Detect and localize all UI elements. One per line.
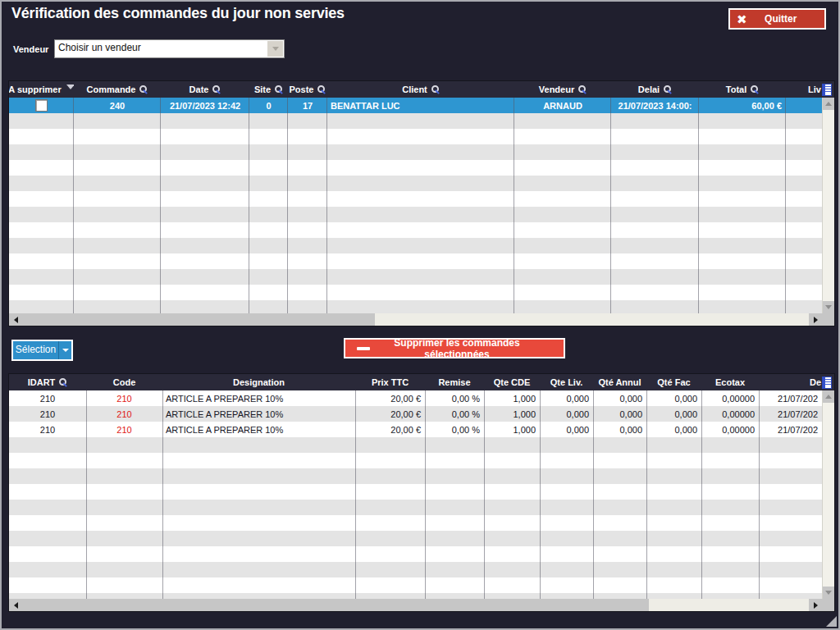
column-header-ecotax[interactable]: Ecotax <box>701 374 759 390</box>
scroll-right-button[interactable] <box>809 313 822 326</box>
window-resize-grip[interactable] <box>826 616 837 627</box>
column-header-label: Poste <box>290 84 314 94</box>
search-icon <box>275 85 283 94</box>
scroll-up-button[interactable] <box>823 390 834 403</box>
column-header-site[interactable]: Site <box>249 81 288 98</box>
column-separator <box>540 390 541 599</box>
column-header-total[interactable]: Total <box>699 81 786 98</box>
items-horizontal-scrollbar[interactable] <box>9 599 822 611</box>
selection-dropdown-button[interactable] <box>58 341 71 359</box>
column-header-label: Ecotax <box>715 377 745 387</box>
cell-prix-ttc: 20,00 € <box>355 390 425 406</box>
scroll-down-button[interactable] <box>823 301 834 313</box>
scroll-left-button[interactable] <box>9 599 22 611</box>
column-header-code[interactable]: Code <box>86 374 162 390</box>
vendor-combobox-value: Choisir un vendeur <box>58 42 141 53</box>
column-header-delai[interactable]: Delai <box>611 81 699 98</box>
column-header-label: Date <box>189 84 209 94</box>
orders-vertical-scrollbar[interactable] <box>822 98 834 313</box>
table-row[interactable]: 210 210 ARTICLE A PREPARER 10% 20,00 € 0… <box>9 422 822 437</box>
cell-code: 210 <box>86 422 162 437</box>
selection-button[interactable]: Sélection <box>11 340 73 361</box>
column-separator <box>610 98 611 313</box>
search-icon <box>139 85 148 94</box>
quit-button-label: Quitter <box>747 13 815 25</box>
column-header-label: Client <box>402 84 427 94</box>
cell-total: 60,00 € <box>699 98 786 113</box>
cell-qte-annul: 0,000 <box>593 390 646 406</box>
arrow-up-icon <box>825 395 832 399</box>
table-row-selected[interactable]: 240 21/07/2023 12:42 0 17 BENATTAR LUC A… <box>9 98 822 113</box>
scroll-left-button[interactable] <box>9 313 22 326</box>
cell-qte-cde: 1,000 <box>484 406 540 422</box>
arrow-down-icon <box>825 591 832 595</box>
column-header-client[interactable]: Client <box>327 81 514 98</box>
cell-remise: 0,00 % <box>425 390 484 406</box>
column-separator <box>785 98 786 313</box>
column-header-commande[interactable]: Commande <box>74 81 161 98</box>
column-header-qte-liv[interactable]: Qte Liv. <box>540 374 593 390</box>
scroll-right-button[interactable] <box>809 599 822 611</box>
column-separator <box>355 390 356 599</box>
column-header-qte-annul[interactable]: Qté Annul <box>593 374 646 390</box>
cell-qte-fac: 0,000 <box>646 406 701 422</box>
minus-icon <box>357 347 370 350</box>
cell-date: 21/07/202 <box>759 422 822 437</box>
column-header-qte-fac[interactable]: Qté Fac <box>646 374 701 390</box>
column-header-designation[interactable]: Designation <box>162 374 355 390</box>
column-header-a-supprimer[interactable]: A supprimer <box>9 81 74 98</box>
column-header-label: Liv <box>808 84 821 94</box>
column-header-label: IDART <box>28 377 56 387</box>
orders-table-body: 240 21/07/2023 12:42 0 17 BENATTAR LUC A… <box>9 98 822 313</box>
copy-table-icon[interactable] <box>822 377 832 389</box>
search-icon <box>431 85 440 94</box>
scroll-up-button[interactable] <box>823 98 834 110</box>
column-separator <box>701 390 702 599</box>
table-row[interactable]: 210 210 ARTICLE A PREPARER 10% 20,00 € 0… <box>9 406 822 422</box>
column-header-label: Qté Fac <box>657 377 690 387</box>
search-icon <box>317 85 326 94</box>
cell-remise: 0,00 % <box>425 422 484 437</box>
column-separator <box>287 98 288 313</box>
column-header-date[interactable]: Date <box>161 81 249 98</box>
column-separator <box>759 390 760 599</box>
quit-button[interactable]: ✖ Quitter <box>728 8 826 30</box>
column-header-vendeur[interactable]: Vendeur <box>514 81 611 98</box>
orders-horizontal-scrollbar[interactable] <box>9 313 822 326</box>
arrow-right-icon <box>814 317 818 323</box>
column-header-qte-cde[interactable]: Qte CDE <box>484 374 540 390</box>
column-separator <box>326 98 327 313</box>
selection-button-label: Sélection <box>13 341 58 359</box>
select-order-checkbox[interactable] <box>35 99 48 112</box>
column-header-remise[interactable]: Remise <box>425 374 484 390</box>
column-header-poste[interactable]: Poste <box>288 81 327 98</box>
cell-site: 0 <box>249 98 288 113</box>
cell-date: 21/07/202 <box>759 390 822 406</box>
search-icon <box>578 85 587 94</box>
horizontal-scroll-thumb[interactable] <box>22 313 375 326</box>
vendor-combobox-dropdown-button[interactable] <box>267 41 283 57</box>
delete-selected-orders-button[interactable]: Supprimer les commandes sélectionnées <box>344 338 565 358</box>
cell-qte-liv: 0,000 <box>540 406 593 422</box>
copy-table-icon[interactable] <box>822 84 832 96</box>
items-table-header: IDART Code Designation Prix TTC Remise Q… <box>9 374 834 390</box>
column-header-label: Code <box>113 377 136 387</box>
cell-designation: ARTICLE A PREPARER 10% <box>162 422 355 437</box>
table-row[interactable]: 210 210 ARTICLE A PREPARER 10% 20,00 € 0… <box>9 390 822 406</box>
scroll-down-button[interactable] <box>823 587 834 599</box>
cell-idart: 210 <box>9 406 86 422</box>
arrow-left-icon <box>14 602 18 609</box>
items-vertical-scrollbar[interactable] <box>822 390 834 599</box>
cell-qte-cde: 1,000 <box>484 390 540 406</box>
cell-date: 21/07/202 <box>759 406 822 422</box>
column-header-label: Site <box>254 84 271 94</box>
cell-qte-fac: 0,000 <box>646 390 701 406</box>
vendor-combobox[interactable]: Choisir un vendeur <box>54 39 285 58</box>
horizontal-scroll-thumb[interactable] <box>22 599 649 611</box>
column-header-label: Designation <box>233 377 285 387</box>
column-header-idart[interactable]: IDART <box>9 374 86 390</box>
column-header-prix-ttc[interactable]: Prix TTC <box>355 374 425 390</box>
cell-vendeur: ARNAUD <box>514 98 611 113</box>
arrow-up-icon <box>825 102 832 106</box>
column-header-label: Total <box>726 84 746 94</box>
